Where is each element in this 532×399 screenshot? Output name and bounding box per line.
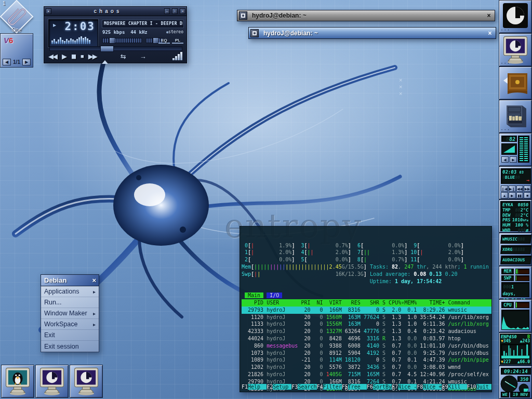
seek-bar[interactable] [49, 46, 182, 51]
process-row[interactable]: 21826 hydroJ 20 0 1405G 715M 165M S 0.7 … [242, 371, 491, 378]
stop-button[interactable]: ■ [81, 53, 83, 59]
dock-filecabinet-appicon[interactable]: · · · [499, 100, 532, 133]
dock-memory-appicon[interactable]: MEM SWP 0001 days, 17:54:43 [499, 266, 532, 299]
process-row[interactable]: 1073 hydroJ 20 0 8912 5904 4192 S 0.7 0.… [242, 350, 491, 357]
dock-terminal-appicon[interactable]: · · · [499, 33, 532, 66]
appicon-wmaker-terminal-1[interactable] [35, 365, 69, 398]
htop-fkey-label[interactable]: Search [298, 384, 316, 390]
menu-close-button[interactable]: × [89, 276, 99, 284]
htop-fkey-f8[interactable]: F8 [417, 384, 423, 390]
htop-fkey-label[interactable]: SortBy [373, 384, 392, 390]
menu-item-workspace[interactable]: WorkSpace▸ [41, 319, 99, 330]
process-row[interactable]: 1089 hydroJ -21 0 114M 18120 0 S 0.7 0.1… [242, 356, 491, 364]
terminal-window-2-titlebar[interactable]: hydroJ@debian: ~ × [248, 27, 496, 39]
wmusic-play-button[interactable]: ▶ [509, 192, 516, 198]
htop-terminal-window[interactable]: 0[| 1.9%] 3[| 0.7%] 6[ 0.0%] 9[ 0.0%] 1[… [240, 226, 492, 392]
dock-cpu-appicon[interactable]: CPU [499, 299, 532, 332]
player-shade-button[interactable]: ▫ [172, 8, 178, 14]
menu-item-exit[interactable]: Exit [41, 330, 99, 341]
htop-fkey-label[interactable]: Nice - [398, 384, 417, 390]
process-row[interactable]: 860 messagebus 20 0 9388 6008 4140 S 0.7… [242, 342, 491, 350]
htop-fkey-f3[interactable]: F3 [291, 384, 298, 390]
player-titlebar[interactable]: ▪ chaos – ▫ × [44, 7, 187, 16]
htop-fkey-f9[interactable]: F9 [442, 384, 448, 390]
htop-fkey-label[interactable]: Help [248, 384, 267, 390]
pause-button[interactable]: ▮▮ [71, 53, 75, 60]
menu-item-window-maker[interactable]: Window Maker▸ [41, 308, 99, 319]
htop-fkey-f10[interactable]: F10 [467, 384, 476, 390]
htop-fkey-label[interactable]: Setup [273, 384, 291, 390]
player-close-button[interactable]: × [180, 8, 185, 14]
pager-appicon[interactable]: V6 ◀ 1/1 ▶ [0, 33, 33, 68]
wmusic-eject-button[interactable]: ▲ [501, 192, 508, 198]
htop-fkey-label[interactable]: Nice + [423, 384, 442, 390]
mixer-next-channel-button[interactable]: ▶ [510, 156, 517, 163]
clock-analog-face[interactable] [500, 375, 518, 393]
htop-fkey-label[interactable]: Quit [476, 384, 492, 390]
wmusic-repeat-icon[interactable]: → [526, 177, 529, 183]
htop-fkey-f2[interactable]: F2 [267, 384, 273, 390]
wmusic-forward-button[interactable]: ▶▶ [524, 185, 531, 192]
shuffle-button[interactable]: ⇆ [121, 52, 126, 60]
htop-fkey-label[interactable]: Kill [448, 384, 467, 390]
spectrum-analyzer[interactable] [51, 34, 95, 44]
terminal-window-1-titlebar[interactable]: hydroJ@debian: ~ × [237, 10, 495, 21]
repeat-button[interactable]: → [140, 52, 147, 60]
terminal-1-menu-button[interactable] [239, 11, 247, 20]
menu-titlebar[interactable]: Debian × [41, 274, 99, 286]
process-row[interactable]: 1133 hydroJ 20 0 1556M 163M 0 S 1.3 1.0 … [242, 321, 491, 328]
dock-wmnd-appicon[interactable]: ENP4S0 B ▼345 ▲243 [499, 332, 532, 366]
player-minimize-button[interactable]: – [164, 8, 170, 14]
equalizer-button[interactable]: EQ [158, 38, 170, 44]
htop-tab-i/o[interactable]: I/O [267, 292, 282, 298]
track-title-marquee[interactable]: MOSPHERE CHAPTER I - DEEPER DRL [102, 20, 183, 28]
htop-fkey-label[interactable]: Tree [348, 384, 367, 390]
wmusic-prev-track-button[interactable]: ❙◀ [501, 185, 508, 192]
appicon-terminal-tux[interactable] [1, 365, 34, 398]
mixer-prev-channel-button[interactable]: ◀ [501, 156, 509, 163]
process-row[interactable]: 1202 hydroJ 20 0 5576 3872 3436 S 0.7 0.… [242, 364, 491, 371]
terminal-2-close-button[interactable]: × [485, 29, 495, 37]
process-row[interactable]: 29793 hydroJ 20 0 166M 8316 0 S 2.0 0.1 … [242, 307, 492, 314]
dock-mixer-appicon[interactable]: 882 ◀ ▶ [499, 133, 532, 166]
process-row[interactable]: 1120 hydroJ 20 0 1560M 163M 77624 S 1.3 … [242, 314, 491, 321]
dock-wmaker-appicon[interactable]: · · · [499, 0, 532, 33]
htop-fkey-f7[interactable]: F7 [392, 384, 398, 390]
mixer-volume-wedge[interactable] [501, 143, 517, 155]
process-row[interactable]: 44024 hydroJ 20 0 8428 4696 3316 R 1.3 0… [242, 335, 491, 342]
wmusic-pause-button[interactable]: ▮▮ [516, 192, 524, 198]
dock-clock-appicon[interactable]: 09:24:14 350 WE 19 NOV [499, 366, 532, 399]
htop-table-header[interactable]: PID USER PRI NI VIRT RES SHR S CPU%▿MEM%… [242, 299, 492, 307]
dock-wmusic-appicon[interactable]: 02:03 03 8BLUE80 → ❙◀ ▶❙ ◀◀ ▶▶ ▲ ▶ ▮▮ ■ [499, 166, 532, 200]
playlist-button[interactable]: PL [172, 38, 183, 44]
play-button[interactable]: ▶ [62, 52, 66, 60]
appicon-wmaker-terminal-2[interactable] [70, 365, 103, 398]
htop-tab-main[interactable]: Main [245, 292, 263, 298]
dock-wmtop-appicon[interactable]: WMUSIC888XORG88888AUDACIOUS [499, 233, 532, 266]
htop-fkey-f4[interactable]: F4 [317, 384, 323, 390]
process-row[interactable]: 42333 hydroJ 20 0 1327M 63264 47776 S 1.… [242, 328, 491, 335]
htop-fkey-f1[interactable]: F1 [242, 384, 248, 390]
menu-item-exit-session[interactable]: Exit session [41, 341, 99, 352]
menu-item-run-[interactable]: Run... [41, 297, 99, 308]
previous-button[interactable]: ◀◀ [48, 52, 57, 60]
htop-fkey-f6[interactable]: F6 [367, 384, 373, 390]
dock-weather-appicon[interactable]: EYKA0850 TMP882°CDEW882°CPRS1010hPaHUM10… [499, 200, 532, 233]
terminal-2-menu-button[interactable] [250, 29, 259, 37]
player-elapsed-time[interactable]: 2:03 [64, 20, 95, 33]
dock-drawer-appicon[interactable] [499, 66, 532, 100]
menu-item-applications[interactable]: Applications▸ [41, 286, 99, 297]
volume-slider[interactable] [102, 38, 142, 43]
eject-button[interactable] [102, 51, 108, 61]
player-menu-button[interactable]: ▪ [46, 8, 51, 14]
htop-fkey-f5[interactable]: F5 [342, 384, 348, 390]
htop-fkey-label[interactable]: Filter [323, 384, 342, 390]
terminal-1-close-button[interactable]: × [484, 11, 494, 20]
wmusic-stop-button[interactable]: ■ [524, 192, 531, 198]
next-button[interactable]: ▶▶ [88, 52, 97, 60]
wmusic-rewind-button[interactable]: ◀◀ [516, 185, 524, 192]
wmusic-next-track-button[interactable]: ▶❙ [509, 185, 516, 192]
workspace-clip[interactable]: 1 One [0, 0, 33, 33]
htop-function-key-bar[interactable]: F1Help F2Setup F3SearchF4FilterF5Tree F6… [242, 383, 492, 391]
pager-next-button[interactable]: ▶ [22, 59, 31, 65]
